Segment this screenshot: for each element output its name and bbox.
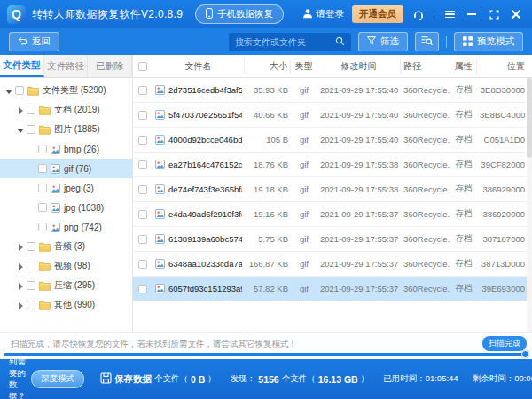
file-type: gif — [291, 184, 317, 194]
file-path: 360Recycle... — [401, 284, 450, 293]
file-path: 360Recycle... — [401, 234, 450, 244]
column-path[interactable]: 路径 — [401, 59, 450, 74]
tree-checkbox[interactable] — [27, 125, 35, 134]
table-row[interactable]: 6348aa10233cda7ad047146... 166.87 KB gif… — [133, 252, 532, 277]
file-type: gif — [291, 160, 317, 169]
app-title: 转转大师数据恢复软件V2.0.8.9 — [32, 7, 183, 22]
tree-arrow[interactable] — [17, 127, 23, 133]
save-data-group[interactable]: 保存数据 个文件（ 0 B ） — [100, 372, 216, 386]
image-file-icon — [51, 203, 60, 213]
back-button[interactable]: 返回 — [9, 32, 59, 51]
vertical-scrollbar[interactable] — [527, 78, 532, 332]
tree-checkbox[interactable] — [15, 86, 24, 95]
table-row[interactable]: 5f470370e25651f54601a5a6... 40.66 KB gif… — [133, 103, 532, 128]
tree-checkbox[interactable] — [27, 262, 35, 270]
list-search-button[interactable] — [415, 32, 439, 51]
file-table: 文件名 大小 类型 修改时间 路径 属性 位置 2d73516cedb4f3af… — [133, 55, 532, 332]
tree-arrow[interactable] — [17, 302, 23, 309]
row-checkbox[interactable] — [138, 210, 147, 219]
tree-item[interactable]: jpeg (3) — [0, 178, 132, 198]
column-filename[interactable]: 文件名 — [153, 59, 245, 74]
row-checkbox[interactable] — [138, 285, 147, 293]
tree-arrow[interactable] — [17, 263, 23, 270]
tree-arrow[interactable] — [28, 166, 35, 172]
row-checkbox[interactable] — [138, 260, 147, 269]
tree-arrow[interactable] — [28, 185, 35, 192]
minimize-icon[interactable] — [465, 7, 479, 21]
tree-item[interactable]: 其他 (990) — [0, 295, 132, 315]
table-row[interactable]: ea27b164c476152cd3ccf20... 18.76 KB gif … — [133, 153, 532, 177]
tree-checkbox[interactable] — [27, 242, 35, 251]
column-attr[interactable]: 属性 — [450, 59, 477, 74]
scan-complete-badge: 扫描完成 — [482, 336, 527, 351]
file-name: 6348aa10233cda7ad047146... — [168, 259, 242, 269]
row-checkbox[interactable] — [138, 185, 147, 194]
tree-checkbox[interactable] — [38, 223, 47, 231]
tree-arrow[interactable] — [17, 244, 23, 250]
scan-message: 扫描完成，请尽快恢复您的文件，若未找到所需文件，请尝试其它恢复模式！ — [11, 339, 297, 350]
tree-item[interactable]: gif (76) — [0, 159, 132, 178]
table-row[interactable]: 61389139a60bc5748fb40b8... 5.75 KB gif 2… — [133, 227, 532, 252]
tree-arrow[interactable] — [28, 224, 35, 231]
row-checkbox[interactable] — [138, 111, 147, 120]
column-modified[interactable]: 修改时间 — [317, 59, 401, 74]
tree-checkbox[interactable] — [27, 301, 35, 309]
scrollbar-thumb[interactable] — [527, 78, 532, 158]
row-checkbox[interactable] — [138, 160, 147, 169]
tab-deleted[interactable]: 已删除 — [88, 55, 132, 77]
column-location[interactable]: 位置 — [477, 59, 532, 74]
column-size[interactable]: 大小 — [245, 59, 291, 74]
tree-checkbox[interactable] — [38, 203, 47, 212]
tab-file-type[interactable]: 文件类型 — [0, 55, 44, 77]
scan-progress-fill — [4, 353, 528, 356]
tree-checkbox[interactable] — [27, 106, 35, 114]
column-type[interactable]: 类型 — [291, 59, 317, 74]
tree-arrow[interactable] — [17, 107, 23, 113]
tree-item[interactable]: 图片 (1885) — [0, 120, 132, 139]
select-all-checkbox[interactable] — [138, 62, 147, 71]
table-row[interactable]: 4000d92bcce046bdd997eb... 105 B gif 2021… — [133, 128, 532, 153]
file-modified: 2021-09-29 17:55:37 — [317, 259, 401, 269]
file-location: 3E8D30000 — [477, 85, 532, 95]
tab-file-path[interactable]: 文件路径 — [44, 55, 89, 77]
close-icon[interactable] — [509, 7, 523, 21]
tree-item[interactable]: 文档 (2019) — [0, 100, 132, 120]
table-row[interactable]: e4da49ad6f2910f3fdd4083f... 19.16 KB gif… — [133, 202, 532, 227]
table-row[interactable]: 2d73516cedb4f3af5cfff3e5a... 35.93 KB gi… — [133, 78, 532, 103]
tree-item[interactable]: bmp (26) — [0, 139, 132, 159]
tree-item[interactable]: jpg (1038) — [0, 198, 132, 217]
tree-checkbox[interactable] — [38, 145, 47, 153]
row-checkbox[interactable] — [138, 86, 147, 95]
deep-mode-button[interactable]: 深度模式 — [31, 370, 84, 388]
tree-checkbox[interactable] — [27, 281, 35, 290]
tree-item[interactable]: 压缩 (295) — [0, 276, 132, 295]
menu-icon[interactable] — [442, 7, 457, 21]
gif-file-icon — [155, 160, 165, 169]
tree-item[interactable]: 音频 (3) — [0, 237, 132, 256]
tree-item[interactable]: 视频 (98) — [0, 256, 132, 276]
tree-checkbox[interactable] — [38, 184, 47, 192]
maximize-icon[interactable] — [487, 7, 501, 21]
file-modified: 2021-09-29 17:55:38 — [317, 184, 401, 194]
tree-arrow[interactable] — [28, 205, 35, 211]
tree-arrow[interactable] — [5, 88, 12, 94]
table-row[interactable]: 6057fd93c151293a9d9eb32... 57.82 KB gif … — [133, 277, 532, 301]
vip-button[interactable]: 开通会员 — [352, 5, 403, 23]
search-input[interactable] — [235, 37, 335, 47]
login-button[interactable]: 请登录 — [302, 8, 345, 20]
tree-checkbox[interactable] — [38, 164, 47, 173]
row-checkbox[interactable] — [138, 136, 147, 145]
search-icon[interactable] — [335, 34, 345, 50]
file-location: 39E693000 — [477, 284, 532, 293]
phone-recovery-button[interactable]: 手机数据恢复 — [195, 4, 284, 24]
preview-mode-button[interactable]: 预览模式 — [454, 32, 523, 51]
tree-item[interactable]: 文件类型 (5290) — [0, 81, 132, 100]
row-checkbox[interactable] — [138, 235, 147, 244]
phone-icon — [206, 8, 213, 20]
table-row[interactable]: de74ef743f3e365bf8fe2ad8... 19.18 KB gif… — [133, 177, 532, 202]
tree-arrow[interactable] — [17, 283, 23, 289]
tree-arrow[interactable] — [28, 146, 35, 153]
filter-button[interactable]: 筛选 — [358, 32, 408, 51]
tree-item[interactable]: png (742) — [0, 217, 132, 237]
customer-service-icon[interactable] — [411, 7, 426, 21]
